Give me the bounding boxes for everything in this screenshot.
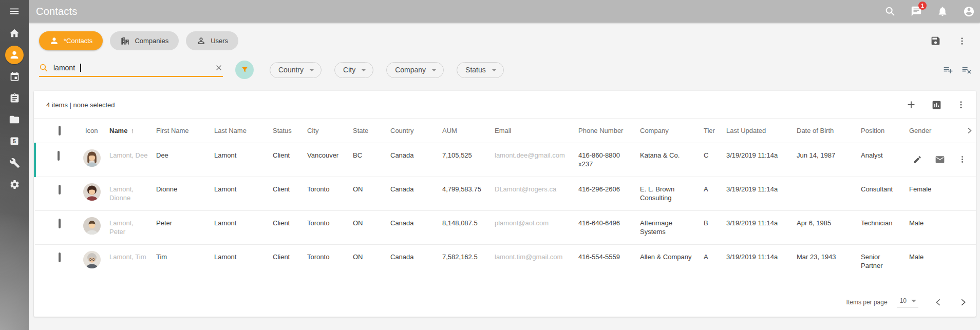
row-checkbox[interactable] xyxy=(58,151,60,161)
cell-first-name: Dee xyxy=(154,143,212,177)
search-icon[interactable] xyxy=(884,5,896,17)
column-header-last-updated[interactable]: Last Updated xyxy=(724,119,795,143)
cell-name: Lamont, Dionne xyxy=(107,177,154,210)
add-contact-icon[interactable] xyxy=(906,99,917,110)
cell-phone: 416-640-6496 xyxy=(576,210,638,244)
row-checkbox[interactable] xyxy=(59,185,61,195)
cell-state: ON xyxy=(351,177,388,210)
column-header-city[interactable]: City xyxy=(305,119,351,143)
page-size-select[interactable]: 10 xyxy=(897,297,918,307)
table-row[interactable]: Lamont, Peter Peter Lamont Client Toront… xyxy=(35,210,977,244)
sidebar-item-tasks[interactable] xyxy=(0,87,29,109)
search-field-icon xyxy=(39,63,48,72)
results-card: 4 items | none selected xyxy=(34,91,976,317)
column-header-gender[interactable]: Gender xyxy=(907,119,964,143)
cell-status: Client xyxy=(271,177,305,210)
cell-gender: Female xyxy=(907,177,964,210)
cell-first-name: Peter xyxy=(154,210,212,244)
sidebar-item-calendar[interactable] xyxy=(0,66,29,87)
sidebar-item-settings[interactable] xyxy=(0,173,29,195)
cell-gender: Male xyxy=(907,210,964,244)
add-to-list-icon[interactable] xyxy=(943,65,953,75)
cell-email: plamont@aol.com xyxy=(493,210,576,244)
cell-row-actions xyxy=(907,143,977,177)
cell-aum: 4,799,583.75 xyxy=(440,177,493,210)
items-per-page-label: Items per page xyxy=(846,299,888,306)
sidebar-item-tools[interactable] xyxy=(0,152,29,173)
cell-position: Technician xyxy=(859,210,907,244)
select-all-checkbox[interactable] xyxy=(59,126,61,135)
cell-city: Toronto xyxy=(305,177,351,210)
row-more-options-icon[interactable] xyxy=(958,155,967,164)
sidebar-item-contacts[interactable] xyxy=(0,44,29,66)
sidebar-item-filter-5[interactable]: 5 xyxy=(0,130,29,152)
edit-icon[interactable] xyxy=(913,155,922,164)
next-page-icon[interactable] xyxy=(958,298,968,307)
search-input[interactable]: lamont xyxy=(39,63,223,77)
messages-badge: 1 xyxy=(918,2,927,10)
menu-icon[interactable] xyxy=(0,0,29,23)
sidebar: 5 xyxy=(0,0,29,330)
cell-last-name: Lamont xyxy=(212,177,271,210)
person-outline-icon xyxy=(196,36,206,46)
svg-text:5: 5 xyxy=(13,139,16,144)
filter-chip-status[interactable]: Status xyxy=(457,62,504,78)
column-header-status[interactable]: Status xyxy=(271,119,305,143)
text-caret xyxy=(80,64,81,72)
column-header-phone[interactable]: Phone Number xyxy=(576,119,638,143)
filter-chip-city[interactable]: City xyxy=(334,62,373,78)
remove-from-list-icon[interactable] xyxy=(962,65,972,75)
tab-contacts[interactable]: *Contacts xyxy=(39,31,103,50)
chevron-down-icon xyxy=(431,69,437,71)
sidebar-item-documents[interactable] xyxy=(0,109,29,130)
column-header-dob[interactable]: Date of Birth xyxy=(795,119,859,143)
column-header-state[interactable]: State xyxy=(351,119,388,143)
chevron-down-icon xyxy=(492,69,497,71)
cell-phone: 416-860-8800 x237 xyxy=(576,143,638,177)
column-header-name[interactable]: Name↑ xyxy=(107,119,154,143)
cell-email: DLamont@rogers.ca xyxy=(493,177,576,210)
filter-chip-company[interactable]: Company xyxy=(386,62,444,78)
chart-view-icon[interactable] xyxy=(931,100,942,110)
cell-city: Toronto xyxy=(305,244,351,278)
table-row[interactable]: Lamont, Dee Dee Lamont Client Vancouver … xyxy=(35,143,977,177)
filter-funnel-icon[interactable] xyxy=(235,61,254,79)
tab-users[interactable]: Users xyxy=(186,31,238,50)
cell-dob: Apr 6, 1985 xyxy=(795,210,859,244)
table-more-options-icon[interactable] xyxy=(956,100,966,109)
column-header-aum[interactable]: AUM xyxy=(440,119,493,143)
previous-page-icon[interactable] xyxy=(934,298,943,307)
cell-company: Katana & Co. xyxy=(638,143,702,177)
tab-companies[interactable]: Companies xyxy=(110,31,179,50)
cell-dob: Jun 14, 1987 xyxy=(795,143,859,177)
contacts-table: Icon Name↑ First Name Last Name Status C… xyxy=(34,119,977,278)
column-header-email[interactable]: Email xyxy=(493,119,576,143)
account-icon[interactable] xyxy=(963,5,975,17)
notifications-icon[interactable] xyxy=(936,5,949,17)
chip-company-label: Company xyxy=(395,66,426,74)
column-header-last-name[interactable]: Last Name xyxy=(212,119,271,143)
column-header-company[interactable]: Company xyxy=(638,119,702,143)
cell-last-updated: 3/19/2019 11:14a xyxy=(724,143,795,177)
active-contacts-icon xyxy=(5,46,24,64)
table-row[interactable]: Lamont, Dionne Dionne Lamont Client Toro… xyxy=(35,177,977,210)
cell-name: Lamont, Peter xyxy=(107,210,154,244)
filter-chip-country[interactable]: Country xyxy=(270,62,322,78)
more-options-icon[interactable] xyxy=(957,36,967,46)
cell-aum: 7,105,525 xyxy=(440,143,493,177)
cell-last-updated: 3/19/2019 11:14a xyxy=(724,177,795,210)
column-header-country[interactable]: Country xyxy=(388,119,440,143)
column-header-first-name[interactable]: First Name xyxy=(154,119,212,143)
table-row[interactable]: Lamont, Tim Tim Lamont Client Toronto ON… xyxy=(35,244,977,278)
email-icon[interactable] xyxy=(935,154,945,165)
cell-company: E. L. Brown Consulting xyxy=(638,177,702,210)
clear-search-icon[interactable] xyxy=(215,64,223,72)
column-header-tier[interactable]: Tier xyxy=(702,119,724,143)
row-checkbox[interactable] xyxy=(59,219,61,228)
save-icon[interactable] xyxy=(930,35,941,46)
sidebar-item-home[interactable] xyxy=(0,23,29,44)
column-header-position[interactable]: Position xyxy=(859,119,907,143)
messages-icon[interactable]: 1 xyxy=(910,5,922,17)
expand-columns-icon[interactable] xyxy=(964,119,977,143)
row-checkbox[interactable] xyxy=(59,253,61,262)
